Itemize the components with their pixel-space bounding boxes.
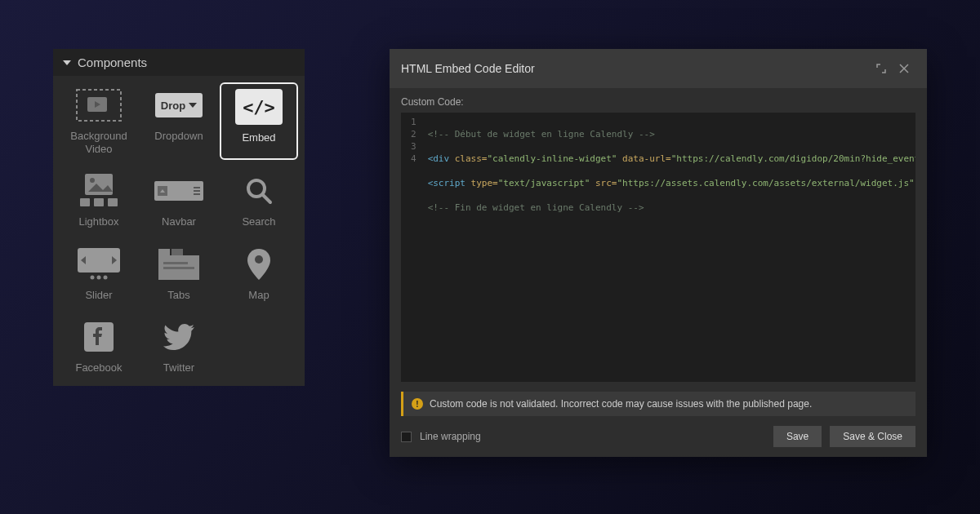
component-label: Lightbox bbox=[78, 215, 118, 228]
expand-button[interactable] bbox=[870, 57, 893, 80]
save-close-button[interactable]: Save & Close bbox=[830, 426, 915, 447]
svg-point-22 bbox=[104, 275, 108, 279]
lightbox-icon bbox=[74, 173, 123, 209]
component-label: Embed bbox=[242, 131, 275, 144]
close-button[interactable] bbox=[893, 57, 915, 80]
svg-rect-12 bbox=[194, 187, 200, 188]
component-dropdown[interactable]: Drop Dropdown bbox=[140, 82, 218, 160]
component-navbar[interactable]: Navbar bbox=[140, 168, 218, 233]
component-tabs[interactable]: Tabs bbox=[140, 241, 218, 307]
modal-title: HTML Embed Code Editor bbox=[401, 62, 870, 75]
tabs-icon bbox=[154, 246, 203, 282]
line-wrapping-label: Line wrapping bbox=[420, 431, 765, 442]
svg-rect-14 bbox=[194, 193, 200, 195]
modal-titlebar: HTML Embed Code Editor bbox=[390, 49, 927, 88]
svg-rect-23 bbox=[158, 249, 170, 255]
svg-point-20 bbox=[91, 275, 95, 279]
caret-down-icon bbox=[63, 60, 71, 65]
line-wrapping-checkbox[interactable] bbox=[401, 432, 412, 442]
svg-point-28 bbox=[255, 255, 263, 264]
background-video-icon bbox=[74, 87, 123, 123]
svg-rect-26 bbox=[163, 262, 188, 264]
components-header[interactable]: Components bbox=[53, 49, 305, 76]
component-facebook[interactable]: Facebook bbox=[60, 314, 138, 379]
component-twitter[interactable]: Twitter bbox=[140, 314, 218, 379]
component-label: Navbar bbox=[162, 215, 196, 228]
component-label: Background Video bbox=[70, 130, 127, 155]
svg-rect-8 bbox=[108, 198, 118, 206]
component-label: Dropdown bbox=[154, 130, 203, 143]
component-background-video[interactable]: Background Video bbox=[60, 82, 138, 160]
component-label: Twitter bbox=[163, 361, 194, 374]
facebook-icon bbox=[74, 319, 123, 355]
component-map[interactable]: Map bbox=[220, 241, 298, 307]
embed-icon: </> bbox=[234, 89, 283, 125]
svg-point-4 bbox=[90, 178, 95, 183]
svg-rect-6 bbox=[80, 198, 90, 206]
svg-rect-7 bbox=[94, 198, 104, 206]
svg-rect-27 bbox=[163, 267, 194, 269]
component-label: Slider bbox=[85, 289, 112, 302]
component-slider[interactable]: Slider bbox=[60, 241, 138, 307]
component-search[interactable]: Search bbox=[220, 168, 298, 233]
custom-code-label: Custom Code: bbox=[401, 96, 915, 108]
warning-banner: ! Custom code is not validated. Incorrec… bbox=[401, 392, 915, 416]
svg-rect-3 bbox=[85, 174, 113, 195]
map-pin-icon bbox=[234, 246, 283, 282]
components-panel: Components Background Video Drop Dropdow… bbox=[53, 49, 305, 386]
component-label: Search bbox=[242, 215, 275, 228]
search-icon bbox=[234, 173, 283, 209]
svg-point-21 bbox=[97, 275, 101, 279]
twitter-icon bbox=[154, 319, 203, 355]
slider-icon bbox=[74, 246, 123, 282]
component-label: Tabs bbox=[167, 289, 189, 302]
components-grid: Background Video Drop Dropdown </> Embed… bbox=[53, 76, 305, 386]
svg-rect-13 bbox=[194, 190, 200, 192]
component-lightbox[interactable]: Lightbox bbox=[60, 168, 138, 233]
components-title: Components bbox=[78, 55, 147, 69]
component-label: Map bbox=[248, 289, 269, 302]
navbar-icon bbox=[154, 173, 203, 209]
modal-body: Custom Code: 1 2 3 4 <!-- Début de widge… bbox=[390, 88, 927, 382]
code-content[interactable]: <!-- Début de widget en ligne Calendly -… bbox=[423, 113, 915, 382]
svg-line-16 bbox=[263, 195, 270, 202]
line-gutter: 1 2 3 4 bbox=[401, 113, 423, 382]
warning-icon: ! bbox=[412, 398, 423, 410]
svg-rect-24 bbox=[172, 249, 183, 255]
warning-text: Custom code is not validated. Incorrect … bbox=[430, 398, 812, 410]
code-editor[interactable]: 1 2 3 4 <!-- Début de widget en ligne Ca… bbox=[401, 113, 915, 382]
component-label: Facebook bbox=[75, 361, 122, 374]
save-button[interactable]: Save bbox=[773, 426, 822, 447]
dropdown-icon: Drop bbox=[154, 87, 203, 123]
html-embed-modal: HTML Embed Code Editor Custom Code: 1 2 … bbox=[390, 49, 927, 457]
component-embed[interactable]: </> Embed bbox=[220, 82, 298, 160]
modal-footer: Line wrapping Save Save & Close bbox=[390, 416, 927, 457]
